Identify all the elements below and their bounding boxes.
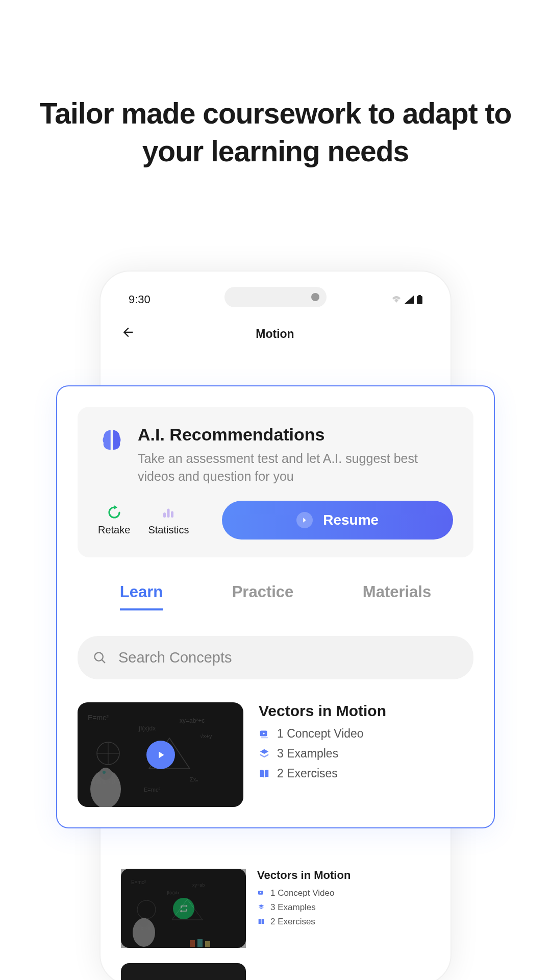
svg-point-31 (99, 768, 112, 780)
svg-text:∫f(x)dx: ∫f(x)dx (166, 890, 180, 895)
concept-info-1: Vectors in Motion 1 Concept Video 3 Exam… (259, 702, 473, 807)
tab-learn[interactable]: Learn (120, 583, 163, 610)
svg-text:E=mc²: E=mc² (131, 879, 146, 885)
concept-info-2: Vectors in Motion 1 Concept Video 3 Exam… (257, 869, 430, 948)
concept-card-1[interactable]: E=mc² ∫f(x)dx xy=ab²+c √x+y lim x→0 E=mc… (78, 702, 473, 807)
concept-examples-1: 3 Examples (259, 747, 473, 761)
stats-icon (161, 505, 176, 520)
ai-recommendations-card: A.I. Recommendations Take an assessment … (78, 407, 473, 557)
concept-card-3[interactable] (121, 963, 430, 980)
ai-card-title: A.I. Recommendations (138, 425, 453, 445)
concept-title-1: Vectors in Motion (259, 702, 473, 720)
concept-thumbnail-2[interactable]: E=mc² ∫f(x)dx xy=ab lim x→0 (121, 869, 246, 948)
battery-icon (417, 295, 422, 304)
svg-text:∫f(x)dx: ∫f(x)dx (138, 725, 156, 732)
resume-label: Resume (323, 512, 379, 528)
svg-rect-16 (171, 511, 173, 518)
svg-rect-10 (190, 940, 195, 947)
svg-text:Σxₙ: Σxₙ (190, 776, 198, 782)
retake-button[interactable]: Retake (98, 505, 130, 536)
play-icon (146, 741, 175, 769)
search-placeholder: Search Concepts (118, 649, 232, 666)
ai-card-description: Take an assessment test and let A.I. sug… (138, 450, 453, 485)
svg-text:xy=ab²+c: xy=ab²+c (180, 717, 205, 724)
search-icon (93, 651, 107, 665)
concept-examples-2: 3 Examples (257, 902, 430, 913)
concept-thumbnail-1[interactable]: E=mc² ∫f(x)dx xy=ab²+c √x+y lim x→0 E=mc… (78, 702, 243, 807)
app-header: Motion (101, 325, 450, 343)
page-headline: Tailor made coursework to adapt to your … (28, 94, 523, 170)
video-icon (259, 728, 270, 740)
tab-materials[interactable]: Materials (363, 583, 431, 610)
brain-icon (98, 427, 126, 485)
svg-line-18 (102, 659, 105, 663)
concept-exercises-2: 2 Exercises (257, 917, 430, 927)
wifi-icon (391, 296, 402, 304)
arrow-right-icon (296, 512, 313, 528)
svg-rect-1 (418, 295, 421, 297)
tab-practice[interactable]: Practice (232, 583, 294, 610)
svg-rect-15 (167, 508, 170, 518)
concept-videos-2: 1 Concept Video (257, 888, 430, 898)
resume-button[interactable]: Resume (222, 501, 453, 540)
svg-text:E=mc²: E=mc² (144, 787, 160, 793)
concept-card-2[interactable]: E=mc² ∫f(x)dx xy=ab lim x→0 Vecto (121, 869, 430, 948)
examples-icon (259, 748, 270, 760)
svg-point-9 (139, 918, 148, 927)
search-input[interactable]: Search Concepts (78, 636, 473, 679)
page-title: Motion (120, 327, 430, 341)
concept-thumbnail-3[interactable] (121, 963, 246, 980)
status-time: 9:30 (129, 293, 151, 306)
highlight-overlay: A.I. Recommendations Take an assessment … (56, 385, 495, 828)
svg-rect-12 (205, 941, 210, 947)
signal-icon (405, 296, 414, 304)
exercises-icon (259, 768, 270, 779)
statistics-button[interactable]: Statistics (148, 505, 189, 536)
svg-rect-11 (197, 939, 203, 947)
svg-text:E=mc²: E=mc² (88, 714, 109, 722)
status-icons (391, 295, 422, 304)
svg-rect-14 (163, 512, 166, 518)
svg-rect-34 (261, 737, 268, 738)
refresh-icon (107, 505, 122, 520)
status-bar: 9:30 (101, 293, 450, 306)
retake-label: Retake (98, 524, 130, 536)
svg-text:xy=ab: xy=ab (192, 883, 205, 888)
svg-rect-0 (417, 296, 422, 304)
svg-point-32 (103, 771, 106, 774)
concept-videos-1: 1 Concept Video (259, 727, 473, 741)
tabs-row: Learn Practice Materials (78, 583, 473, 610)
svg-text:√x+y: √x+y (200, 733, 212, 739)
stats-label: Statistics (148, 524, 189, 536)
concept-exercises-1: 2 Exercises (259, 767, 473, 780)
concept-title-2: Vectors in Motion (257, 869, 430, 882)
